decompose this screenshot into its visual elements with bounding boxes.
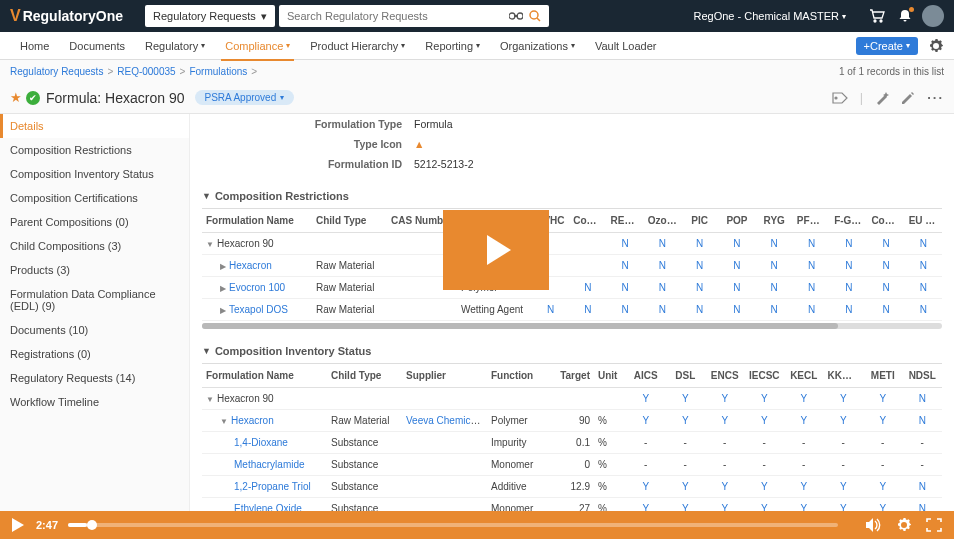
column-header[interactable]: IECSC bbox=[745, 364, 785, 388]
row-name[interactable]: Hexacron bbox=[231, 415, 274, 426]
sidebar-item[interactable]: Workflow Timeline bbox=[0, 390, 189, 414]
table-row[interactable]: 1,4-DioxaneSubstanceImpurity0.1%-------- bbox=[202, 432, 942, 454]
menu-product-hierarchy[interactable]: Product Hierarchy▾ bbox=[300, 32, 415, 60]
column-header[interactable]: PIC bbox=[681, 209, 718, 233]
table-row[interactable]: ▶Evocron 100Raw MaterialPolymerNNNNNNNNN… bbox=[202, 277, 942, 299]
avatar[interactable] bbox=[922, 5, 944, 27]
section-restrictions[interactable]: ▼ Composition Restrictions bbox=[202, 182, 942, 209]
row-name[interactable]: Ethylene Oxide bbox=[234, 503, 302, 511]
search-icon[interactable] bbox=[529, 10, 541, 22]
volume-icon[interactable] bbox=[866, 518, 882, 532]
menu-organizations[interactable]: Organizations▾ bbox=[490, 32, 585, 60]
menu-compliance[interactable]: Compliance▾ bbox=[215, 32, 300, 60]
row-name[interactable]: 1,2-Propane Triol bbox=[234, 481, 311, 492]
table-row[interactable]: ▼Hexacron 90NNNNNNNNN bbox=[202, 233, 942, 255]
video-progress-bar[interactable] bbox=[68, 523, 838, 527]
menu-regulatory[interactable]: Regulatory▾ bbox=[135, 32, 215, 60]
row-toggle-icon[interactable]: ▼ bbox=[206, 240, 214, 249]
column-header[interactable]: POP bbox=[718, 209, 755, 233]
breadcrumb-part[interactable]: Formulations bbox=[189, 66, 247, 77]
row-name[interactable]: Evocron 100 bbox=[229, 282, 285, 293]
cart-icon[interactable] bbox=[866, 5, 888, 27]
fullscreen-icon[interactable] bbox=[926, 518, 942, 532]
column-header[interactable]: Unit bbox=[594, 364, 626, 388]
search-input[interactable] bbox=[287, 10, 509, 22]
table-row[interactable]: MethacrylamideSubstanceMonomer0%-------- bbox=[202, 454, 942, 476]
tag-icon[interactable] bbox=[832, 92, 848, 104]
table-row[interactable]: 1,2-Propane TriolSubstanceAdditive12.9%Y… bbox=[202, 476, 942, 498]
row-toggle-icon[interactable]: ▼ bbox=[220, 417, 228, 426]
column-header[interactable]: METI bbox=[863, 364, 903, 388]
video-play-button[interactable] bbox=[443, 210, 549, 290]
table-row[interactable]: ▼Hexacron 90YYYYYYYN bbox=[202, 388, 942, 410]
column-header[interactable]: Formulation Name bbox=[202, 209, 312, 233]
column-header[interactable]: PFO/P... bbox=[793, 209, 830, 233]
breadcrumb-part[interactable]: REQ-000035 bbox=[117, 66, 175, 77]
settings-icon[interactable] bbox=[896, 517, 912, 533]
sidebar-item[interactable]: Documents (10) bbox=[0, 318, 189, 342]
sidebar-item[interactable]: Composition Certifications bbox=[0, 186, 189, 210]
sidebar-item[interactable]: Composition Inventory Status bbox=[0, 162, 189, 186]
table-row[interactable]: Ethylene OxideSubstanceMonomer27%YYYYYYY… bbox=[202, 498, 942, 512]
org-switcher[interactable]: RegOne - Chemical MASTER ▾ bbox=[694, 10, 847, 22]
pencil-icon[interactable] bbox=[901, 91, 915, 105]
table-row[interactable]: ▶HexacronRaw MaterialPolymerNNNNNNNNN bbox=[202, 255, 942, 277]
column-header[interactable]: EU bi... bbox=[905, 209, 942, 233]
sidebar-item[interactable]: Registrations (0) bbox=[0, 342, 189, 366]
menu-reporting[interactable]: Reporting▾ bbox=[415, 32, 490, 60]
section-inventory[interactable]: ▼ Composition Inventory Status bbox=[202, 337, 942, 364]
menu-vault-loader[interactable]: Vault Loader bbox=[585, 32, 667, 60]
create-button[interactable]: + Create ▾ bbox=[856, 37, 918, 55]
more-icon[interactable]: ··· bbox=[927, 90, 944, 105]
sidebar-item[interactable]: Child Compositions (3) bbox=[0, 234, 189, 258]
row-name[interactable]: Methacrylamide bbox=[234, 459, 305, 470]
play-button[interactable] bbox=[12, 518, 24, 532]
sidebar-item[interactable]: Composition Restrictions bbox=[0, 138, 189, 162]
wand-icon[interactable] bbox=[875, 91, 889, 105]
column-header[interactable]: Confli... bbox=[867, 209, 904, 233]
row-name[interactable]: 1,4-Dioxane bbox=[234, 437, 288, 448]
column-header[interactable]: Child Type bbox=[327, 364, 402, 388]
column-header[interactable]: REAC... bbox=[607, 209, 644, 233]
breadcrumb-part[interactable]: Regulatory Requests bbox=[10, 66, 103, 77]
horizontal-scrollbar[interactable] bbox=[202, 323, 942, 329]
column-header[interactable]: Supplier bbox=[402, 364, 487, 388]
sidebar-item[interactable]: Parent Compositions (0) bbox=[0, 210, 189, 234]
category-selector[interactable]: Regulatory Requests ▾ bbox=[145, 5, 275, 27]
sidebar-item[interactable]: Regulatory Requests (14) bbox=[0, 366, 189, 390]
column-header[interactable]: KECL bbox=[784, 364, 824, 388]
star-icon[interactable]: ★ bbox=[10, 90, 22, 105]
row-toggle-icon[interactable]: ▼ bbox=[206, 395, 214, 404]
row-toggle-icon[interactable]: ▶ bbox=[220, 262, 226, 271]
column-header[interactable]: RYG bbox=[756, 209, 793, 233]
binoculars-icon[interactable] bbox=[509, 11, 523, 21]
column-header[interactable]: KKDi... bbox=[824, 364, 864, 388]
row-name[interactable]: Texapol DOS bbox=[229, 304, 288, 315]
row-toggle-icon[interactable]: ▶ bbox=[220, 306, 226, 315]
search-box[interactable] bbox=[279, 5, 549, 27]
column-header[interactable]: NDSL bbox=[903, 364, 943, 388]
sidebar-item[interactable]: Products (3) bbox=[0, 258, 189, 282]
row-toggle-icon[interactable]: ▶ bbox=[220, 284, 226, 293]
bell-icon[interactable] bbox=[894, 5, 916, 27]
menu-documents[interactable]: Documents bbox=[59, 32, 135, 60]
row-name[interactable]: Hexacron bbox=[229, 260, 272, 271]
menu-home[interactable]: Home bbox=[10, 32, 59, 60]
sidebar-item[interactable]: Formulation Data Compliance (EDL) (9) bbox=[0, 282, 189, 318]
gear-icon[interactable] bbox=[928, 38, 944, 54]
sidebar-item[interactable]: Details bbox=[0, 114, 189, 138]
column-header[interactable]: CoRAP bbox=[569, 209, 606, 233]
table-row[interactable]: ▶Texapol DOSRaw MaterialWetting AgentNNN… bbox=[202, 299, 942, 321]
status-badge[interactable]: PSRA Approved ▾ bbox=[195, 90, 295, 105]
column-header[interactable]: Function bbox=[487, 364, 552, 388]
column-header[interactable]: Child Type bbox=[312, 209, 387, 233]
column-header[interactable]: ENCS bbox=[705, 364, 745, 388]
column-header[interactable]: Ozone bbox=[644, 209, 681, 233]
column-header[interactable]: Formulation Name bbox=[202, 364, 327, 388]
table-row[interactable]: ▼HexacronRaw MaterialVeeva ChemicalsPoly… bbox=[202, 410, 942, 432]
column-header[interactable]: DSL bbox=[666, 364, 706, 388]
column-header[interactable]: AICS bbox=[626, 364, 666, 388]
column-header[interactable]: F-GHG bbox=[830, 209, 867, 233]
column-header[interactable]: Target bbox=[552, 364, 594, 388]
chevron-down-icon: ▾ bbox=[401, 41, 405, 50]
